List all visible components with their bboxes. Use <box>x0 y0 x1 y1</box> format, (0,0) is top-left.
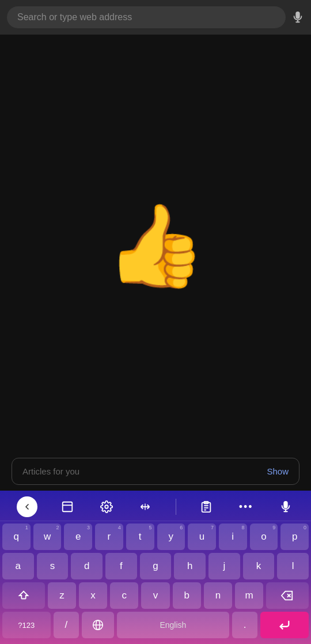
keyboard-settings-button[interactable] <box>98 498 115 515</box>
key-j[interactable]: j <box>208 553 240 579</box>
key-p[interactable]: p0 <box>280 524 309 550</box>
key-r[interactable]: r4 <box>95 524 123 550</box>
keyboard-resize-button[interactable] <box>59 498 76 515</box>
key-shift[interactable] <box>2 582 45 609</box>
key-n[interactable]: n <box>204 582 232 609</box>
keyboard-keys: q1 w2 e3 r4 t5 y6 u7 i8 o9 p0 a s d f g … <box>0 521 311 609</box>
keyboard: ••• q1 w2 e3 r4 t5 y6 u7 i8 o9 p0 <box>0 491 311 644</box>
key-s[interactable]: s <box>37 553 69 579</box>
articles-label: Articles for you <box>22 466 79 476</box>
key-m[interactable]: m <box>235 582 263 609</box>
key-e[interactable]: e3 <box>64 524 92 550</box>
keyboard-cursor-button[interactable] <box>136 498 154 515</box>
mic-button[interactable] <box>291 11 304 24</box>
key-z[interactable]: z <box>48 582 76 609</box>
articles-bar: Articles for you Show <box>12 458 299 485</box>
svg-point-4 <box>105 505 108 509</box>
key-dot[interactable]: . <box>232 612 258 638</box>
keyboard-toolbar: ••• <box>0 493 311 521</box>
keyboard-mic-button[interactable] <box>277 498 294 515</box>
key-v[interactable]: v <box>141 582 169 609</box>
keyboard-row-1: q1 w2 e3 r4 t5 y6 u7 i8 o9 p0 <box>2 524 309 550</box>
key-c[interactable]: c <box>110 582 138 609</box>
keyboard-more-button[interactable]: ••• <box>237 499 256 515</box>
key-b[interactable]: b <box>173 582 201 609</box>
thumbs-up-emoji: 👍 <box>105 205 206 286</box>
key-q[interactable]: q1 <box>2 524 31 550</box>
keyboard-bottom-row: ?123 / English . <box>0 612 311 641</box>
keyboard-back-button[interactable] <box>17 496 37 517</box>
key-o[interactable]: o9 <box>250 524 278 550</box>
key-k[interactable]: k <box>243 553 275 579</box>
address-input[interactable] <box>7 6 286 28</box>
key-enter[interactable] <box>260 612 309 638</box>
key-h[interactable]: h <box>174 553 206 579</box>
key-slash[interactable]: / <box>54 612 79 638</box>
keyboard-row-2: a s d f g h j k l <box>2 553 309 579</box>
toolbar-divider <box>176 499 176 515</box>
key-space[interactable]: English <box>117 612 229 638</box>
key-d[interactable]: d <box>71 553 103 579</box>
key-t[interactable]: t5 <box>126 524 154 550</box>
articles-show-button[interactable]: Show <box>267 466 289 476</box>
svg-rect-2 <box>63 502 73 512</box>
key-f[interactable]: f <box>105 553 137 579</box>
key-l[interactable]: l <box>277 553 309 579</box>
key-x[interactable]: x <box>79 582 107 609</box>
key-num[interactable]: ?123 <box>2 612 51 638</box>
keyboard-clipboard-button[interactable] <box>198 498 215 515</box>
key-u[interactable]: u7 <box>188 524 216 550</box>
key-i[interactable]: i8 <box>219 524 247 550</box>
keyboard-row-3: z x c v b n m <box>2 582 309 609</box>
key-y[interactable]: y6 <box>157 524 185 550</box>
key-g[interactable]: g <box>140 553 172 579</box>
key-w[interactable]: w2 <box>33 524 62 550</box>
address-bar <box>0 0 311 35</box>
key-a[interactable]: a <box>2 553 34 579</box>
browser-content: 👍 Articles for you Show <box>0 35 311 491</box>
key-backspace[interactable] <box>266 582 309 609</box>
key-globe[interactable] <box>82 612 114 638</box>
